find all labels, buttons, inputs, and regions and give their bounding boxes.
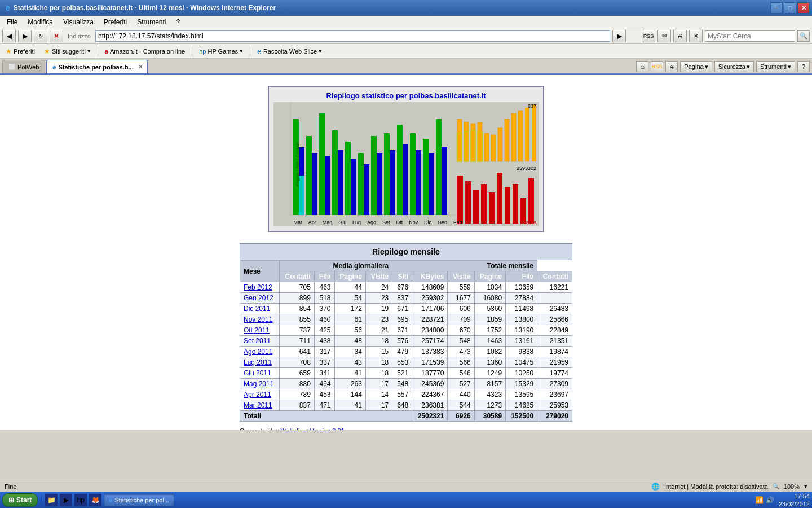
- tab-close-button[interactable]: ✕: [138, 64, 143, 70]
- table-row: Mag 2011 880 494 263 17 548 245369 527 8…: [240, 379, 572, 389]
- address-input[interactable]: [95, 30, 610, 42]
- taskbar-hp-icon[interactable]: hp: [74, 494, 87, 506]
- close-button[interactable]: ✕: [797, 2, 810, 14]
- mese-link[interactable]: Ott 2011: [244, 326, 270, 334]
- svg-rect-5: [319, 113, 325, 215]
- mese-link[interactable]: Gen 2012: [244, 294, 273, 302]
- chart-left-svg: [273, 102, 465, 226]
- taskbar-ie-item[interactable]: e Statistiche per pol...: [104, 494, 174, 506]
- back-button[interactable]: ◀: [2, 30, 16, 42]
- security-dropdown[interactable]: Sicurezza▾: [714, 61, 754, 72]
- mese-link[interactable]: Mar 2011: [244, 401, 272, 409]
- mese-link[interactable]: Giu 2011: [244, 369, 271, 377]
- cell-t-file: 10475: [506, 357, 537, 368]
- chart-right-top: 837: [454, 102, 539, 164]
- cell-kbytes: 257174: [412, 336, 448, 347]
- taskbar-media-icon[interactable]: ▶: [60, 494, 72, 506]
- menu-modifica[interactable]: Modifica: [23, 17, 58, 27]
- table-row: Ago 2011 641 317 34 15 479 137383 473 10…: [240, 347, 572, 357]
- delete-button[interactable]: ✕: [689, 30, 703, 42]
- cell-t-visite: 527: [448, 379, 474, 389]
- favorites-item-1[interactable]: a Amazon.it - Compra on line: [102, 47, 188, 56]
- cell-file: 337: [314, 357, 334, 368]
- cell-mese: Mar 2011: [240, 400, 280, 411]
- tools-dropdown[interactable]: Strumenti▾: [756, 61, 795, 72]
- refresh-button[interactable]: ↻: [34, 30, 47, 42]
- forward-button[interactable]: ▶: [18, 30, 32, 42]
- mese-link[interactable]: Ago 2011: [244, 348, 272, 356]
- favorites-item-2[interactable]: hp HP Games ▾: [196, 46, 246, 56]
- svg-rect-16: [312, 153, 317, 215]
- search-button[interactable]: 🔍: [797, 30, 810, 42]
- print-tab-button[interactable]: 🖨: [665, 61, 678, 72]
- menu-file[interactable]: File: [2, 17, 22, 27]
- cell-visite: 17: [365, 379, 392, 389]
- webalizer-link[interactable]: Webalizer Version 2.01: [281, 427, 345, 430]
- mese-link[interactable]: Nov 2011: [244, 316, 272, 323]
- footer-text: Generated by: Webalizer Version 2.01: [240, 427, 572, 430]
- col-file-header: File: [314, 271, 334, 282]
- window-title: e Statistiche per polbas.basilicatanet.i…: [2, 3, 276, 12]
- cell-t-pagine: 1859: [474, 314, 505, 325]
- tab-polweb[interactable]: ⬜ PolWeb: [2, 60, 45, 73]
- ie-logo-icon: e: [6, 3, 10, 12]
- cell-mese: Ott 2011: [240, 325, 280, 336]
- tab-statistiche[interactable]: e Statistiche per polbas.b... ✕: [46, 60, 148, 73]
- home-button[interactable]: ⌂: [636, 61, 648, 72]
- minimize-button[interactable]: ─: [770, 2, 783, 14]
- menu-preferiti[interactable]: Preferiti: [99, 17, 131, 27]
- search-input[interactable]: [705, 30, 795, 42]
- favorites-bar: ★ Preferiti ★ Siti suggeriti ▾ a Amazon.…: [0, 44, 812, 59]
- cell-siti: 557: [392, 389, 412, 400]
- mese-link[interactable]: Lug 2011: [244, 358, 272, 366]
- taskbar-explorer-icon[interactable]: 📁: [45, 494, 58, 506]
- kbytes-label: KBytes: [520, 220, 536, 225]
- cell-t-contatti: 16221: [537, 282, 572, 293]
- cell-file: 453: [314, 389, 334, 400]
- go-button[interactable]: ▶: [612, 30, 626, 42]
- mese-link[interactable]: Dic 2011: [244, 305, 270, 313]
- maximize-button[interactable]: □: [784, 2, 796, 14]
- svg-rect-38: [518, 111, 523, 161]
- cell-visite: 19: [365, 304, 392, 314]
- cell-file: 317: [314, 347, 334, 357]
- favorites-item-0[interactable]: ★ Siti suggeriti ▾: [41, 46, 94, 56]
- rss-button[interactable]: RSS: [642, 30, 655, 42]
- mese-link[interactable]: Apr 2011: [244, 391, 271, 398]
- cell-file: 370: [314, 304, 334, 314]
- svg-rect-48: [473, 190, 479, 224]
- mese-link[interactable]: Mag 2011: [244, 380, 273, 388]
- rss-tab-button[interactable]: RSS: [651, 61, 663, 72]
- mail-button[interactable]: ✉: [657, 30, 671, 42]
- menu-visualizza[interactable]: Visualizza: [59, 17, 98, 27]
- col-siti-header: Siti: [392, 271, 412, 282]
- svg-rect-46: [457, 176, 463, 224]
- svg-rect-55: [528, 178, 534, 224]
- cell-t-pagine: 5360: [474, 304, 505, 314]
- svg-rect-12: [410, 133, 416, 215]
- page-dropdown[interactable]: Pagina▾: [680, 61, 712, 72]
- cell-mese: Set 2011: [240, 336, 280, 347]
- menu-help[interactable]: ?: [172, 17, 185, 27]
- favorites-item-3[interactable]: e Raccolta Web Slice ▾: [254, 46, 325, 57]
- svg-rect-17: [325, 156, 330, 215]
- stop-button[interactable]: ✕: [50, 30, 63, 42]
- status-right: 🌐 Internet | Modalità protetta: disattiv…: [651, 483, 807, 491]
- cell-t-contatti: 27309: [537, 379, 572, 389]
- start-button[interactable]: ⊞ Start: [2, 493, 38, 507]
- cell-t-file: 13190: [506, 325, 537, 336]
- menu-strumenti[interactable]: Strumenti: [133, 17, 170, 27]
- cell-visite: 18: [365, 357, 392, 368]
- help-button[interactable]: ?: [797, 61, 810, 72]
- mese-link[interactable]: Set 2011: [244, 337, 271, 345]
- mese-link[interactable]: Feb 2012: [244, 283, 272, 291]
- cell-t-pagine: 8157: [474, 379, 505, 389]
- table-row: Apr 2011 789 453 144 14 557 224367 440 4…: [240, 389, 572, 400]
- cell-visite: 18: [365, 336, 392, 347]
- print-button[interactable]: 🖨: [673, 30, 687, 42]
- taskbar-firefox-icon[interactable]: 🦊: [89, 494, 102, 506]
- favorites-star-button[interactable]: ★ Preferiti: [2, 46, 38, 56]
- cell-mese: Nov 2011: [240, 314, 280, 325]
- svg-rect-11: [397, 125, 403, 215]
- cell-t-contatti: 23697: [537, 389, 572, 400]
